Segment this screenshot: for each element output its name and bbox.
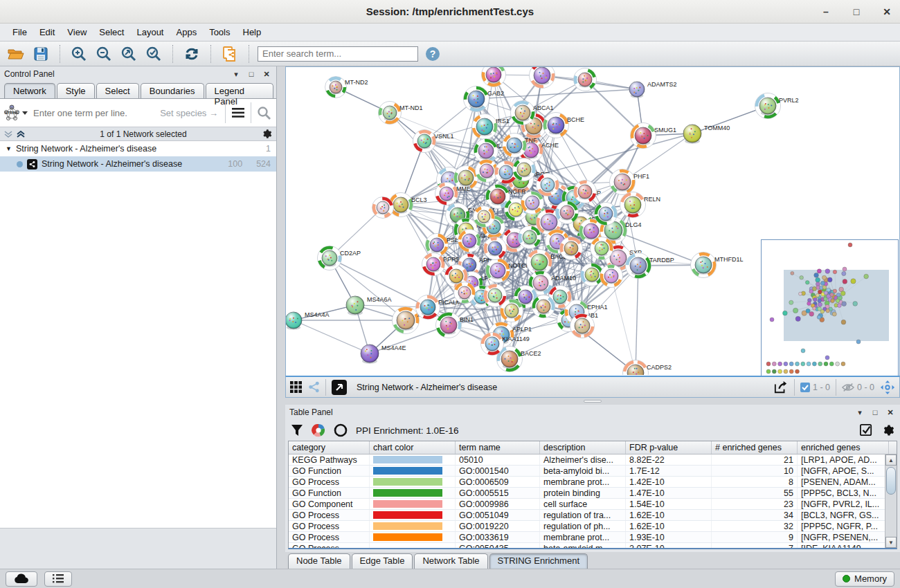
export-network-icon[interactable] — [773, 380, 789, 394]
menu-tools[interactable]: Tools — [204, 25, 235, 39]
table-row[interactable]: GO ComponentGO:0009986cell surface1.54E-… — [289, 499, 897, 510]
collapse-triangle-icon[interactable]: ▼ — [6, 145, 12, 152]
network-node[interactable] — [454, 282, 476, 304]
expand-all-icon[interactable] — [4, 130, 12, 138]
network-from-file-button[interactable] — [219, 44, 240, 64]
search-input[interactable] — [258, 46, 418, 62]
menu-view[interactable]: View — [62, 25, 92, 39]
refresh-button[interactable] — [181, 44, 202, 64]
table-row[interactable]: GO ProcessGO:0050435beta-amyloid m...2.0… — [289, 543, 897, 549]
menu-file[interactable]: File — [7, 25, 33, 39]
network-node[interactable] — [574, 181, 597, 203]
column-header-description[interactable]: description — [540, 441, 626, 454]
detach-view-button[interactable] — [332, 380, 347, 395]
network-node-TOMM40[interactable]: TOMM40 — [683, 125, 730, 144]
table-row[interactable]: GO ProcessGO:0033619membrane prot...1.93… — [289, 532, 897, 543]
column-header-chartcolor[interactable]: chart color — [370, 441, 456, 454]
select-all-checkbox-icon[interactable] — [860, 424, 872, 437]
network-node-BCL3[interactable]: BCL3 — [389, 193, 427, 217]
network-node[interactable] — [521, 192, 544, 214]
table-row[interactable]: GO ProcessGO:0019220regulation of ph...1… — [289, 521, 897, 532]
scroll-up-button[interactable]: ▲ — [885, 454, 897, 466]
panel-close-icon[interactable]: ✕ — [261, 70, 272, 79]
filter-icon[interactable] — [291, 424, 303, 437]
panel-float-icon[interactable]: □ — [246, 70, 257, 78]
network-node-CD2AP[interactable]: CD2AP — [318, 246, 361, 270]
memory-button[interactable]: Memory — [835, 571, 894, 587]
string-protein-query-button[interactable]: STRING — [0, 104, 30, 122]
string-query-input[interactable] — [30, 108, 160, 118]
network-node-BCHE[interactable]: BCHE — [543, 113, 585, 138]
panel-menu-icon[interactable]: ▾ — [231, 70, 242, 79]
network-node[interactable] — [570, 314, 595, 338]
network-node-PHF1[interactable]: PHF1 — [610, 169, 650, 195]
menu-edit[interactable]: Edit — [34, 25, 60, 39]
network-node[interactable] — [600, 265, 623, 288]
network-node[interactable] — [482, 67, 506, 87]
network-node-BACE2[interactable]: BACE2 — [497, 347, 541, 372]
zoom-selected-button[interactable] — [143, 44, 164, 64]
network-view[interactable]: MT-ND2MT-ND1VSNL1GAB2IRS1CHATABCA1BCHEAC… — [285, 66, 900, 376]
column-header-enrichedgenes[interactable]: enriched genes — [798, 441, 889, 454]
collapse-all-icon[interactable] — [17, 130, 25, 138]
column-header-category[interactable]: category — [289, 441, 370, 454]
network-node[interactable] — [484, 284, 507, 307]
tab-style[interactable]: Style — [57, 83, 95, 98]
nodes[interactable]: MT-ND2MT-ND1VSNL1GAB2IRS1CHATABCA1BCHEAC… — [286, 67, 799, 375]
zoom-in-button[interactable] — [69, 44, 89, 64]
network-node-MT-ND1[interactable]: MT-ND1 — [379, 102, 423, 125]
network-node[interactable] — [556, 201, 579, 224]
menu-help[interactable]: Help — [237, 25, 267, 39]
settings-gear-icon[interactable] — [882, 424, 894, 437]
table-row[interactable]: GO FunctionGO:0005515protein binding1.47… — [289, 488, 897, 499]
close-button[interactable]: ✕ — [881, 6, 893, 18]
zoom-out-button[interactable] — [93, 44, 114, 64]
table-row[interactable]: KEGG Pathways05010Alzheimer's dise...8.8… — [289, 454, 897, 466]
network-list-item[interactable]: String Network - Alzheimer's disease1005… — [0, 156, 276, 172]
pan-navigate-icon[interactable] — [880, 380, 895, 395]
network-node[interactable] — [474, 206, 495, 228]
vertical-scrollbar[interactable]: ▲ ▼ — [885, 454, 897, 548]
panel-close-icon[interactable]: ✕ — [885, 408, 896, 417]
tab-legend-panel[interactable]: Legend Panel — [206, 83, 273, 98]
network-node[interactable] — [484, 237, 507, 260]
scrollbar-thumb[interactable] — [886, 467, 896, 495]
chart-color-donut-icon[interactable] — [312, 423, 325, 437]
table-row[interactable]: GO FunctionGO:0001540beta-amyloid bi...1… — [289, 466, 897, 477]
checkbox-icon[interactable] — [800, 383, 810, 392]
open-session-button[interactable] — [6, 44, 26, 64]
tab-edge-table[interactable]: Edge Table — [352, 553, 413, 569]
panel-menu-icon[interactable]: ▾ — [854, 408, 865, 417]
column-header-FDRp-value[interactable]: FDR p-value — [626, 441, 712, 454]
network-node-RELN[interactable]: RELN — [620, 192, 661, 218]
table-row[interactable]: GO ProcessGO:0006509membrane prot...1.42… — [289, 477, 897, 488]
save-session-button[interactable] — [30, 44, 51, 64]
column-header-termname[interactable]: term name — [456, 441, 540, 454]
network-node-MTHFD1L[interactable]: MTHFD1L — [691, 252, 744, 278]
table-row[interactable]: GO ProcessGO:0051049regulation of tra...… — [289, 510, 897, 521]
network-node[interactable] — [513, 158, 536, 181]
tab-select[interactable]: Select — [96, 83, 139, 98]
minimize-button[interactable]: – — [820, 6, 832, 18]
share-view-icon[interactable] — [308, 381, 320, 393]
menu-apps[interactable]: Apps — [171, 25, 203, 39]
tab-node-table[interactable]: Node Table — [288, 553, 350, 569]
ring-chart-icon[interactable] — [334, 423, 348, 437]
network-node[interactable] — [532, 295, 555, 318]
network-node[interactable] — [574, 68, 597, 91]
network-list-item[interactable]: ▼String Network - Alzheimer's disease1 — [0, 141, 276, 156]
panel-float-icon[interactable]: □ — [870, 408, 881, 416]
column-header-enrichedgenes[interactable]: # enriched genes — [712, 441, 798, 454]
network-node-CADPS2[interactable]: CADPS2 — [623, 360, 672, 376]
scroll-down-button[interactable]: ▼ — [885, 537, 897, 548]
cloud-tasks-button[interactable] — [6, 571, 37, 587]
menu-layout[interactable]: Layout — [131, 25, 169, 39]
network-node[interactable] — [560, 237, 583, 260]
zoom-fit-button[interactable] — [118, 44, 139, 64]
string-options-button[interactable] — [226, 99, 251, 127]
tab-boundaries[interactable]: Boundaries — [141, 83, 204, 98]
menu-select[interactable]: Select — [93, 25, 129, 39]
tab-network-table[interactable]: Network Table — [414, 553, 487, 569]
network-node[interactable] — [372, 197, 394, 219]
network-node[interactable] — [595, 203, 618, 226]
